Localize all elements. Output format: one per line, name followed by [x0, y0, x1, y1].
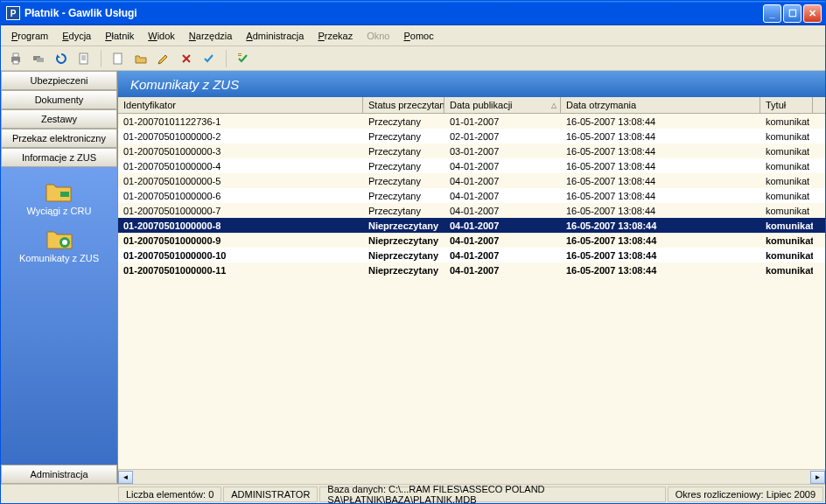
sidebar-btn-informacje[interactable]: Informacje z ZUS	[1, 148, 117, 167]
cell-title: komunikat nr	[760, 175, 813, 187]
col-header-title[interactable]: Tytuł	[760, 97, 813, 113]
sidebar-btn-dokumenty[interactable]: Dokumenty	[1, 90, 117, 109]
cell-title: komunikat nr	[760, 190, 813, 202]
sidebar-item-label: Wyciągi z CRU	[27, 206, 92, 216]
sidebar-item-komunikaty[interactable]: Komunikaty z ZUS	[16, 223, 102, 267]
table-row[interactable]: 01-20070501000000-2Przeczytany02-01-2007…	[118, 129, 825, 144]
sidebar-btn-przekaz[interactable]: Przekaz elektroniczny	[1, 129, 117, 148]
cell-status: Przeczytany	[363, 190, 444, 202]
menu-edycja[interactable]: Edycja	[57, 29, 96, 43]
sidebar-btn-ubezpieczeni[interactable]: Ubezpieczeni	[1, 71, 117, 90]
cell-recv: 16-05-2007 13:08:44	[561, 264, 760, 276]
table-row[interactable]: 01-20070501000000-6Przeczytany04-01-2007…	[118, 188, 825, 203]
col-header-recv[interactable]: Data otrzymania	[561, 97, 760, 113]
cell-id: 01-20070101122736-1	[118, 116, 363, 128]
cell-title: komunikat	[760, 264, 813, 276]
cell-recv: 16-05-2007 13:08:44	[561, 249, 760, 262]
menu-administracja[interactable]: Administracja	[241, 29, 309, 43]
cell-id: 01-20070501000000-5	[118, 175, 363, 187]
tb-filter-icon[interactable]	[234, 49, 253, 68]
col-header-id[interactable]: Identyfikator	[118, 97, 363, 113]
menu-widok[interactable]: Widok	[143, 29, 180, 43]
minimize-button[interactable]: _	[763, 4, 781, 23]
tb-check-icon[interactable]	[200, 49, 219, 68]
col-header-status[interactable]: Status przeczytania	[363, 97, 444, 113]
tb-printers-icon[interactable]	[29, 49, 48, 68]
cell-title: komunikat nr	[760, 160, 813, 172]
svg-point-11	[62, 240, 67, 245]
table-row[interactable]: 01-20070101122736-1Przeczytany01-01-2007…	[118, 114, 825, 129]
menu-platnik[interactable]: Płatnik	[100, 29, 139, 43]
tb-doc-icon[interactable]	[74, 49, 94, 68]
horizontal-scrollbar[interactable]: ◄ ►	[118, 469, 825, 484]
svg-rect-4	[37, 58, 44, 62]
sidebar-btn-administracja[interactable]: Administracja	[1, 465, 117, 484]
menu-pomoc[interactable]: Pomoc	[398, 29, 438, 43]
table-row[interactable]: 01-20070501000000-9Nieprzeczytany04-01-2…	[118, 233, 825, 248]
cell-id: 01-20070501000000-4	[118, 160, 363, 172]
cell-pub: 04-01-2007	[444, 234, 561, 247]
tb-open-icon[interactable]	[131, 49, 150, 68]
cell-pub: 01-01-2007	[444, 116, 561, 128]
sidebar-btn-zestawy[interactable]: Zestawy	[1, 109, 117, 129]
table-row[interactable]: 01-20070501000000-10Nieprzeczytany04-01-…	[118, 248, 825, 262]
cell-status: Nieprzeczytany	[363, 249, 444, 262]
tb-refresh-icon[interactable]	[52, 49, 71, 68]
cell-pub: 02-01-2007	[444, 130, 561, 143]
table-row[interactable]: 01-20070501000000-8Nieprzeczytany04-01-2…	[118, 218, 825, 233]
cell-title: komunikat	[760, 249, 813, 262]
sidebar: Ubezpieczeni Dokumenty Zestawy Przekaz e…	[1, 71, 118, 484]
cell-title: komunikat nr	[760, 116, 813, 128]
sidebar-item-wyciagi[interactable]: Wyciągi z CRU	[24, 176, 95, 220]
cell-status: Nieprzeczytany	[363, 234, 444, 247]
table-row[interactable]: 01-20070501000000-5Przeczytany04-01-2007…	[118, 173, 825, 188]
menu-program[interactable]: Program	[6, 29, 53, 43]
cell-status: Nieprzeczytany	[363, 220, 444, 232]
folder-icon	[45, 179, 73, 204]
cell-id: 01-20070501000000-6	[118, 190, 363, 202]
cell-title: komunikat	[760, 220, 813, 232]
status-db: Baza danych: C:\...RAM FILES\ASSECO POLA…	[319, 486, 665, 502]
table: Identyfikator Status przeczytania Data p…	[118, 97, 825, 469]
table-row[interactable]: 01-20070501000000-3Przeczytany03-01-2007…	[118, 144, 825, 158]
status-user: ADMINISTRATOR	[223, 486, 318, 502]
close-button[interactable]: ✕	[803, 4, 822, 23]
tb-new-icon[interactable]	[108, 49, 128, 68]
cell-title: komunikat nr	[760, 205, 813, 217]
scroll-left-icon[interactable]: ◄	[118, 471, 133, 484]
col-header-pub[interactable]: Data publikacji△	[444, 97, 561, 113]
cell-title: komunikat	[760, 234, 813, 247]
cell-recv: 16-05-2007 13:08:44	[561, 160, 760, 172]
tb-delete-icon[interactable]	[177, 49, 196, 68]
cell-pub: 04-01-2007	[444, 264, 561, 276]
table-row[interactable]: 01-20070501000000-7Przeczytany04-01-2007…	[118, 203, 825, 218]
cell-pub: 04-01-2007	[444, 220, 561, 232]
menu-przekaz[interactable]: Przekaz	[312, 29, 358, 43]
table-row[interactable]: 01-20070501000000-4Przeczytany04-01-2007…	[118, 158, 825, 173]
svg-rect-9	[60, 192, 69, 197]
sort-asc-icon: △	[551, 102, 556, 109]
menubar: Program Edycja Płatnik Widok Narzędzia A…	[1, 25, 825, 46]
table-row[interactable]: 01-20070501000000-11Nieprzeczytany04-01-…	[118, 262, 825, 277]
cell-recv: 16-05-2007 13:08:44	[561, 205, 760, 217]
maximize-button[interactable]: ☐	[783, 4, 802, 23]
tb-edit-icon[interactable]	[154, 49, 173, 68]
statusbar: Liczba elementów: 0 ADMINISTRATOR Baza d…	[1, 484, 825, 503]
cell-status: Nieprzeczytany	[363, 264, 444, 276]
status-count: Liczba elementów: 0	[118, 486, 221, 502]
cell-recv: 16-05-2007 13:08:44	[561, 190, 760, 202]
svg-rect-5	[80, 53, 88, 64]
cell-pub: 04-01-2007	[444, 249, 561, 262]
tb-sep	[101, 50, 102, 67]
cell-recv: 16-05-2007 13:08:44	[561, 220, 760, 232]
cell-recv: 16-05-2007 13:08:44	[561, 116, 760, 128]
panel-header: Komunikaty z ZUS	[118, 71, 825, 97]
tb-print-icon[interactable]	[6, 49, 25, 68]
content-panel: Komunikaty z ZUS Identyfikator Status pr…	[118, 71, 825, 484]
scroll-right-icon[interactable]: ►	[810, 471, 825, 484]
svg-rect-8	[238, 55, 242, 56]
svg-rect-7	[238, 53, 242, 54]
cell-pub: 03-01-2007	[444, 145, 561, 158]
cell-pub: 04-01-2007	[444, 190, 561, 202]
menu-narzedzia[interactable]: Narzędzia	[184, 29, 238, 43]
